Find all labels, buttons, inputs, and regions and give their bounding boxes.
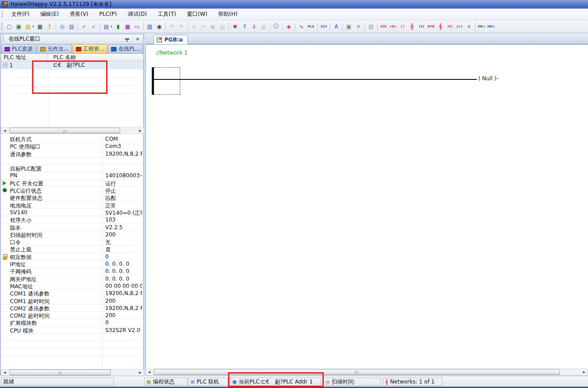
property-row: 禁止上载 是	[1, 245, 143, 253]
plc-info-icon[interactable]: ⓘ	[271, 22, 281, 31]
copy-icon[interactable]: ▣	[208, 22, 218, 31]
plc-table-row[interactable]	[1, 86, 143, 94]
contact-no-icon[interactable]: ┤├	[398, 22, 407, 31]
toolbar-separator	[229, 23, 229, 31]
font-icon[interactable]: A	[331, 22, 341, 31]
plc-table-row[interactable]	[1, 94, 143, 102]
coil-y-icon[interactable]: (Y)	[417, 22, 426, 31]
set-s-instruction-icon[interactable]: <S>	[388, 22, 398, 31]
menu-edit[interactable]: 编辑(E)	[35, 11, 64, 17]
toolbar-separator	[342, 23, 343, 31]
property-row: 扫描超时时间 200	[1, 231, 143, 238]
cut-icon[interactable]: ✂	[199, 22, 208, 31]
tab-label: PLC资源	[12, 45, 33, 53]
scroll-thumb[interactable]	[9, 128, 120, 134]
scroll-thumb[interactable]	[154, 369, 560, 375]
network-view-icon[interactable]: ◈	[284, 22, 294, 31]
menu-window[interactable]: 窗口(W)	[182, 11, 213, 17]
scroll-right-arrow[interactable]: ▶	[137, 370, 144, 375]
column-header-address[interactable]: PLC 地址	[1, 54, 48, 61]
scroll-left-arrow[interactable]: ◀	[1, 128, 8, 134]
edit-cursor[interactable]	[152, 67, 180, 95]
plc-table-row[interactable]	[1, 78, 143, 86]
tab-online-plc[interactable]: 在线PL...	[108, 44, 143, 53]
upload-plc-icon[interactable]: ⇑	[240, 22, 249, 31]
menu-view[interactable]: 查看(V)	[64, 11, 94, 17]
property-hscrollbar[interactable]: ◀ ▶	[1, 369, 144, 376]
scroll-left-arrow[interactable]: ◀	[146, 369, 153, 375]
constant-table-icon[interactable]: 123	[319, 22, 328, 31]
print-preview-icon[interactable]: ◎	[57, 22, 67, 31]
plc-table-row[interactable]	[1, 69, 143, 78]
compile-download-icon[interactable]: ▦	[259, 22, 268, 31]
tab-label: 在线PL...	[118, 45, 140, 53]
coil-t-icon[interactable]: (T)	[445, 22, 455, 31]
new-project-icon[interactable]: ▣	[14, 22, 23, 31]
editor-hscrollbar[interactable]: ◀ ▶	[145, 369, 588, 375]
plc-table-row[interactable]: 1 ⊏€ 剬?PLC	[1, 61, 143, 69]
menu-help[interactable]: 帮助(H)	[213, 11, 243, 17]
plc-table-hscrollbar[interactable]: ◀ ▶	[1, 127, 144, 134]
stl-instruction-icon[interactable]: STL	[379, 22, 388, 31]
coil-delete-icon[interactable]: (✕)	[455, 22, 464, 31]
redo-icon[interactable]: ↷	[177, 22, 186, 31]
clipboard-doc-icon[interactable]: ▤	[366, 22, 376, 31]
tab-label: 工程管...	[83, 45, 104, 53]
check-program-icon[interactable]: ✓	[79, 22, 89, 31]
toolbar-separator	[56, 23, 56, 31]
property-value: 0	[105, 254, 142, 260]
sto-instruction-icon[interactable]: STO	[426, 22, 436, 31]
plc-link-toggle-icon[interactable]: ✖	[230, 22, 240, 31]
undo-icon[interactable]: ↶	[167, 22, 177, 31]
edit-check-icon[interactable]: ✓	[89, 22, 98, 31]
hr-add-icon[interactable]: HR+	[477, 22, 486, 31]
column-divider	[48, 61, 48, 127]
import-program-icon[interactable]: ↥	[45, 22, 54, 31]
lock-icon[interactable]: ▣	[344, 22, 354, 31]
menu-plc[interactable]: PLC(P)	[94, 11, 122, 17]
online-monitor-icon[interactable]: ▭	[132, 22, 142, 31]
menu-file[interactable]: 文件(F)	[6, 11, 35, 17]
plc-table-row[interactable]	[1, 110, 143, 118]
scroll-right-arrow[interactable]: ▶	[581, 369, 588, 375]
contact-compare-icon[interactable]: ⟨⟩	[464, 22, 474, 31]
new-file-icon[interactable]: ▢	[5, 22, 14, 31]
print-icon[interactable]: ▤	[67, 22, 76, 31]
contact-stack-icon[interactable]: ╬	[407, 22, 417, 31]
paste-icon[interactable]: ▤	[218, 22, 227, 31]
find-icon[interactable]: ◉	[154, 22, 164, 31]
delete-icon[interactable]: ✕	[189, 22, 199, 31]
ladder-canvas[interactable]: //Network 1 ( Null )-	[145, 44, 588, 369]
save-icon[interactable]: ▦	[35, 22, 45, 31]
tab-component-comment[interactable]: 元件注...	[37, 44, 72, 53]
hardware-dropdown-icon[interactable]: ▾	[109, 22, 113, 31]
memory-chip-icon[interactable]: ▦	[123, 22, 132, 31]
open-dropdown-icon[interactable]: ▾	[31, 22, 35, 31]
status-segment-label: PLC 联机	[196, 378, 219, 386]
scroll-left-arrow[interactable]: ◀	[1, 370, 8, 375]
contact-parallel-icon[interactable]: ╫	[436, 22, 445, 31]
options-icon[interactable]: ▧	[145, 22, 154, 31]
menu-tools[interactable]: 工具(T)	[152, 11, 182, 17]
debug-monitor-icon[interactable]: ∿	[297, 22, 306, 31]
pls-instruction-icon[interactable]: PLS	[306, 22, 316, 31]
plc-table-row[interactable]	[1, 118, 143, 126]
pin-icon[interactable]	[125, 38, 129, 40]
scroll-right-arrow[interactable]: ▶	[137, 128, 144, 134]
plc-module-icon[interactable]: ▮	[113, 22, 123, 31]
title-bar: HaiwellHappy V2.2.5.171129 [未命名]	[0, 0, 588, 9]
unlock-icon[interactable]: ✕	[354, 22, 363, 31]
toolbar-separator	[143, 23, 144, 31]
column-header-name[interactable]: PLC 名称	[48, 54, 143, 61]
plc-table-row[interactable]	[1, 102, 143, 110]
tab-project-manager[interactable]: 工程管...	[73, 44, 107, 53]
scroll-thumb[interactable]	[9, 370, 111, 375]
tab-plc-resources[interactable]: PLC资源	[1, 44, 36, 53]
ladder-editor: PGB:a //Network 1 ( Null )- ◀ ▶	[145, 34, 588, 375]
tab-pgb-a[interactable]: PGB:a	[154, 35, 188, 44]
close-icon[interactable]: ✕	[135, 37, 141, 42]
download-plc-icon[interactable]: ⇓	[249, 22, 259, 31]
property-row: PLC 开关位置 运行	[1, 180, 143, 187]
menu-debug[interactable]: 调试(D)	[122, 11, 153, 17]
hr-insert-icon[interactable]: HR+	[486, 22, 496, 31]
